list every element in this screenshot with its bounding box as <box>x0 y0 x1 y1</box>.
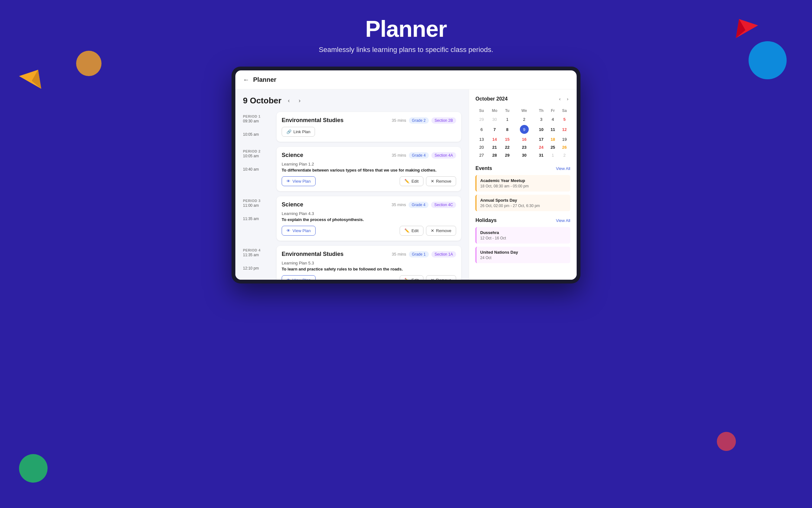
period-4-section-badge: Section 1A <box>432 251 456 257</box>
cal-day-18[interactable]: 18 <box>547 135 559 143</box>
cal-day-21[interactable]: 21 <box>488 143 502 151</box>
link-plan-button-1[interactable]: 🔗 Link Plan <box>282 127 315 137</box>
holidays-section: Holidays View All Dussehra 12 Oct - 16 O… <box>476 217 570 263</box>
cal-header-fr: Fr <box>547 107 559 116</box>
holiday-card-2: United Nations Day 24 Oct <box>476 247 570 263</box>
period-2-start: 10:05 am <box>243 154 272 158</box>
cal-day-30[interactable]: 30 <box>513 151 535 159</box>
cal-day-31[interactable]: 31 <box>535 151 547 159</box>
cal-day-9[interactable]: 9 <box>513 123 535 135</box>
cal-day-15[interactable]: 15 <box>501 135 513 143</box>
period-1-subject: Environmental Studies <box>282 117 343 124</box>
cal-day-20[interactable]: 20 <box>476 143 488 151</box>
cal-day-23[interactable]: 23 <box>513 143 535 151</box>
period-2-grade-badge: Grade 4 <box>409 152 429 159</box>
cal-day-26[interactable]: 26 <box>559 143 570 151</box>
link-plan-label: Link Plan <box>293 129 310 134</box>
prev-month-button[interactable]: ‹ <box>557 96 563 102</box>
calendar-navigation: ‹ › <box>557 96 570 102</box>
prev-date-button[interactable]: ‹ <box>285 96 292 105</box>
remove-button-4[interactable]: ✕ Remove <box>426 275 456 280</box>
next-month-button[interactable]: › <box>565 96 570 102</box>
holidays-view-all-button[interactable]: View All <box>556 218 570 223</box>
cal-day-16[interactable]: 16 <box>513 135 535 143</box>
holiday-2-time: 24 Oct <box>480 256 567 260</box>
cal-day-3[interactable]: 3 <box>535 116 547 123</box>
event-1-time: 18 Oct, 08:30 am - 05:00 pm <box>480 184 567 188</box>
cal-day-14[interactable]: 14 <box>488 135 502 143</box>
cal-day-10[interactable]: 10 <box>535 123 547 135</box>
period-3-name: PERIOD 3 <box>243 199 272 203</box>
cal-day-7[interactable]: 7 <box>488 123 502 135</box>
cal-day-4[interactable]: 4 <box>547 116 559 123</box>
period-2-card: Science 35 mins Grade 4 Section 4A Learn… <box>277 147 461 191</box>
cal-header-sa: Sa <box>559 107 570 116</box>
cal-day-29[interactable]: 29 <box>501 151 513 159</box>
cal-day-28[interactable]: 28 <box>488 151 502 159</box>
period-3-end: 11:35 am <box>243 217 272 221</box>
period-1-grade-badge: Grade 2 <box>409 117 429 124</box>
edit-button-4[interactable]: ✏️ Edit <box>400 275 423 280</box>
cal-day-1[interactable]: 1 <box>501 116 513 123</box>
events-section-header: Events View All <box>476 166 570 171</box>
edit-button-2[interactable]: ✏️ Edit <box>400 176 423 186</box>
cal-day-13[interactable]: 13 <box>476 135 488 143</box>
view-plan-button-4[interactable]: 👁 View Plan <box>282 275 316 280</box>
calendar-month: October 2024 <box>476 96 508 102</box>
cal-day-24[interactable]: 24 <box>535 143 547 151</box>
period-2-section-badge: Section 4A <box>432 152 456 159</box>
cal-day-29[interactable]: 29 <box>476 116 488 123</box>
cal-day-8[interactable]: 8 <box>501 123 513 135</box>
view-plan-button-2[interactable]: 👁 View Plan <box>282 176 316 186</box>
view-plan-button-3[interactable]: 👁 View Plan <box>282 226 316 236</box>
next-date-button[interactable]: › <box>296 96 303 105</box>
edit-button-3[interactable]: ✏️ Edit <box>400 226 423 236</box>
app-header: ← Planner <box>235 71 577 89</box>
cal-day-22[interactable]: 22 <box>501 143 513 151</box>
period-3-header: Science 35 mins Grade 4 Section 4C <box>282 201 456 208</box>
holiday-card-1: Dussehra 12 Oct - 16 Oct <box>476 227 570 244</box>
period-3-actions: 👁 View Plan ✏️ Edit ✕ Remove <box>282 226 456 236</box>
period-1-actions: 🔗 Link Plan <box>282 127 456 137</box>
hero-title: Planner <box>319 16 493 42</box>
holiday-1-time: 12 Oct - 16 Oct <box>480 236 567 240</box>
eye-icon: 👁 <box>286 179 290 183</box>
period-4-duration: 35 mins <box>392 252 406 257</box>
events-view-all-button[interactable]: View All <box>556 166 570 171</box>
cal-header-su: Su <box>476 107 488 116</box>
holiday-1-name: Dussehra <box>480 230 567 235</box>
cal-day-25[interactable]: 25 <box>547 143 559 151</box>
app-container: ← Planner 9 October ‹ › PERIOD 1 09:30 a… <box>235 71 577 280</box>
cal-header-mo: Mo <box>488 107 502 116</box>
calendar-header: October 2024 ‹ › <box>476 96 570 102</box>
current-date: 9 October <box>243 96 281 105</box>
cal-day-19[interactable]: 19 <box>559 135 570 143</box>
cal-day-27[interactable]: 27 <box>476 151 488 159</box>
remove-label-4: Remove <box>436 278 451 280</box>
back-button[interactable]: ← <box>243 76 249 83</box>
period-1-start: 09:30 am <box>243 119 272 123</box>
period-3-section-badge: Section 4C <box>431 202 456 208</box>
cal-day-11[interactable]: 11 <box>547 123 559 135</box>
period-4-card: Environmental Studies 35 mins Grade 1 Se… <box>277 246 461 280</box>
event-card-1: Academic Year Meetup 18 Oct, 08:30 am - … <box>476 175 570 192</box>
remove-label-3: Remove <box>436 228 451 233</box>
cal-day-2[interactable]: 2 <box>513 116 535 123</box>
hero-section: Planner Seamlessly links learning plans … <box>313 0 499 67</box>
cal-day-1[interactable]: 1 <box>547 151 559 159</box>
remove-button-2[interactable]: ✕ Remove <box>426 176 456 186</box>
period-3-grade-badge: Grade 4 <box>409 202 429 208</box>
cal-day-5[interactable]: 5 <box>559 116 570 123</box>
cal-day-30[interactable]: 30 <box>488 116 502 123</box>
event-2-time: 26 Oct, 02:00 pm - 27 Oct, 6:30 pm <box>480 204 567 208</box>
remove-label: Remove <box>436 179 451 183</box>
cal-day-2[interactable]: 2 <box>559 151 570 159</box>
cal-day-12[interactable]: 12 <box>559 123 570 135</box>
cal-day-6[interactable]: 6 <box>476 123 488 135</box>
period-2-duration: 35 mins <box>392 153 406 158</box>
remove-button-3[interactable]: ✕ Remove <box>426 226 456 236</box>
cal-day-17[interactable]: 17 <box>535 135 547 143</box>
period-3-subject: Science <box>282 201 303 208</box>
period-1-end: 10:05 am <box>243 132 272 137</box>
events-title: Events <box>476 166 492 171</box>
